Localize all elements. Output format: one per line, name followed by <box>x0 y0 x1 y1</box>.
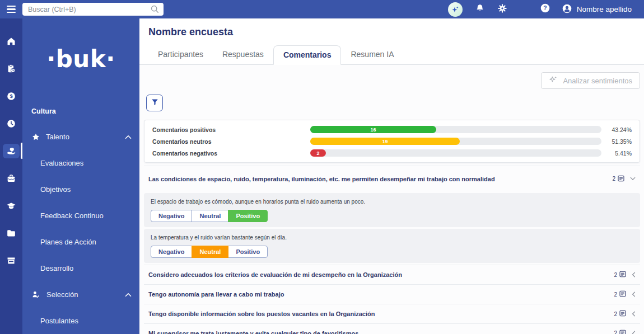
sidebar-group-label: Talento <box>46 133 69 141</box>
notifications-bell-icon <box>475 3 485 16</box>
sidebar-item-planes-de-accion[interactable]: Planes de Acción <box>22 229 139 255</box>
question-meta: 2 <box>614 290 636 298</box>
filter-button[interactable] <box>146 95 163 111</box>
sidebar-item-objetivos[interactable]: Objetivos <box>22 176 139 203</box>
comments-icon <box>619 330 626 334</box>
question-row[interactable]: Considero adecuados los criterios de eva… <box>144 265 640 284</box>
comments-icon <box>618 175 624 183</box>
comment-count: 2 <box>614 330 617 334</box>
chart-percentage: 5.41% <box>601 150 632 157</box>
question-meta: 2 <box>614 310 636 318</box>
education-cap-icon <box>3 199 20 213</box>
notifications-button[interactable] <box>475 3 485 16</box>
rail-item-briefcase[interactable] <box>0 164 22 192</box>
question-text: Mi supervisor me trata justamente y evit… <box>148 330 370 334</box>
sentiment-option-neutral[interactable]: Neutral <box>192 246 228 258</box>
comments-icon <box>619 271 626 279</box>
user-name: Nombre apellido <box>577 5 632 13</box>
tabs: ParticipantesRespuestasComentariosResume… <box>139 45 644 65</box>
settings-button[interactable] <box>497 3 507 16</box>
questions-list: Las condiciones de espacio, ruido, tempe… <box>144 166 640 334</box>
clock-icon <box>3 116 20 131</box>
chart-percentage: 43.24% <box>601 126 632 133</box>
sidebar-group-talento[interactable]: Talento <box>22 124 139 150</box>
svg-text:?: ? <box>543 5 547 11</box>
tab-respuestas[interactable]: Respuestas <box>213 45 273 64</box>
search-input[interactable] <box>22 3 164 16</box>
rail-item-education-cap[interactable] <box>0 192 22 219</box>
tab-comentarios[interactable]: Comentarios <box>273 45 342 65</box>
user-menu[interactable]: Nombre apellido <box>562 3 632 16</box>
topbar-actions: ? Nombre apellido <box>436 2 644 17</box>
question-row[interactable]: Tengo disponible información sobre los p… <box>144 304 640 323</box>
search-box <box>22 3 164 16</box>
user-avatar-icon <box>562 3 572 16</box>
bar-fill: 19 <box>310 138 460 145</box>
bar-fill: 2 <box>310 149 326 157</box>
question-meta: 2 <box>612 175 636 183</box>
help-icon: ? <box>540 3 550 16</box>
icon-rail: $ <box>0 18 22 334</box>
page-title: Nombre encuesta <box>148 26 635 38</box>
topbar: ? Nombre apellido <box>0 0 644 18</box>
sidebar-nav: TalentoEvaluacionesObjetivosFeedback Con… <box>22 124 139 334</box>
comments-icon <box>619 310 626 318</box>
sidebar-item-feedback-continuo[interactable]: Feedback Continuo <box>22 203 139 229</box>
rail-item-folder[interactable] <box>0 219 22 247</box>
store-icon <box>3 253 20 268</box>
sentiment-summary-card: Comentarios positivos 16 43.24% Comentar… <box>144 120 640 163</box>
chevron-left-icon <box>632 331 636 334</box>
sentiment-option-negativo[interactable]: Negativo <box>151 210 192 222</box>
bar-value: 2 <box>317 150 320 156</box>
briefcase-icon <box>3 171 20 186</box>
tab-resumen-ia[interactable]: Resumen IA <box>341 45 403 64</box>
bar-track: 19 <box>310 138 601 145</box>
chevron-left-icon <box>632 291 636 297</box>
sentiment-option-negativo[interactable]: Negativo <box>151 246 192 258</box>
rail-item-clock[interactable] <box>0 110 22 137</box>
star-icon <box>31 133 40 142</box>
sidebar-item-postulantes[interactable]: Postulantes <box>22 308 139 334</box>
tab-participantes[interactable]: Participantes <box>148 45 213 64</box>
sentiment-selector: NegativoNeutralPositivo <box>151 210 268 222</box>
sentiment-option-positivo[interactable]: Positivo <box>228 210 268 222</box>
menu-icon[interactable] <box>0 6 22 13</box>
question-meta: 2 <box>614 330 636 334</box>
analyze-sentiments-button[interactable]: Analizar sentimientos <box>541 72 640 89</box>
rail-item-clipboard-clock[interactable] <box>0 55 22 82</box>
question-row[interactable]: Mi supervisor me trata justamente y evit… <box>144 323 640 334</box>
rail-item-store[interactable] <box>0 247 22 274</box>
sentiment-option-positivo[interactable]: Positivo <box>228 246 268 258</box>
question-row[interactable]: Las condiciones de espacio, ruido, tempe… <box>144 166 640 191</box>
comment-count: 2 <box>612 176 615 182</box>
comment-card: La temperatura y el ruido varían bastant… <box>144 229 640 263</box>
sidebar-item-desarrollo[interactable]: Desarrollo <box>22 255 139 281</box>
chevron-down-icon <box>630 177 636 181</box>
chevron-left-icon <box>632 311 636 317</box>
comment-text: La temperatura y el ruido varían bastant… <box>151 234 633 241</box>
sidebar-group-seleccion[interactable]: Selección <box>22 281 139 308</box>
chart-category-label: Comentarios positivos <box>152 126 310 133</box>
chart-category-label: Comentarios neutros <box>152 138 310 145</box>
rail-item-payments-dollar[interactable]: $ <box>0 82 22 110</box>
rail-item-home[interactable] <box>0 27 22 55</box>
question-text: Las condiciones de espacio, ruido, tempe… <box>148 176 506 182</box>
comment-count: 2 <box>614 272 617 278</box>
question-text: Tengo autonomía para llevar a cabo mi tr… <box>148 291 295 298</box>
sidebar-section-label: Cultura <box>22 99 139 124</box>
clipboard-clock-icon <box>3 62 20 76</box>
question-text: Considero adecuados los criterios de eva… <box>148 271 413 278</box>
sparkles-icon <box>549 75 558 86</box>
home-icon <box>3 34 20 49</box>
help-button[interactable]: ? <box>540 3 550 16</box>
sidebar-item-evaluaciones[interactable]: Evaluaciones <box>22 150 139 176</box>
question-row[interactable]: Tengo autonomía para llevar a cabo mi tr… <box>144 284 640 304</box>
settings-gear-icon <box>497 3 507 16</box>
comment-card: El espacio de trabajo es cómodo, aunque … <box>144 193 640 227</box>
sentiment-option-neutral[interactable]: Neutral <box>192 210 228 222</box>
ai-assistant-button[interactable] <box>448 2 463 17</box>
bar-value: 16 <box>370 127 376 133</box>
buk-logo: ·buk· <box>22 18 139 99</box>
rail-item-talent-hand-heart[interactable] <box>0 137 22 164</box>
person-check-icon <box>31 290 41 299</box>
